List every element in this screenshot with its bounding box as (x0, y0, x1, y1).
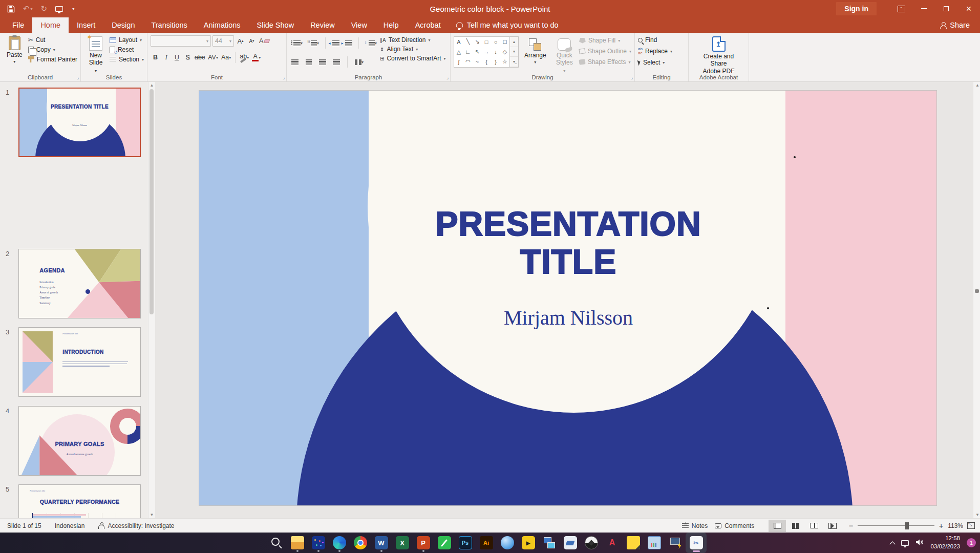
redo-icon[interactable]: ↻ (41, 4, 48, 13)
shape-cell-1[interactable]: ╲ (466, 38, 470, 45)
taskbar-illustrator-button[interactable]: Ai (476, 533, 497, 553)
taskbar-file-explorer-button[interactable] (287, 533, 308, 553)
slide-thumbnail-4[interactable]: PRIMARY GOALS Annual revenue growth (18, 406, 141, 476)
shrink-font-button[interactable]: A▾ (247, 36, 257, 47)
font-dialog-launcher[interactable]: ⌟ (283, 75, 285, 80)
decrease-indent-button[interactable] (331, 38, 340, 49)
tab-design[interactable]: Design (103, 17, 143, 33)
tab-acrobat[interactable]: Acrobat (407, 17, 449, 33)
taskbar-player-button[interactable]: ▶ (518, 533, 539, 553)
quick-styles-button[interactable]: QuickStyles ▾ (552, 35, 577, 75)
shape-cell-8[interactable]: ↖ (475, 49, 479, 55)
tray-chevron-icon[interactable] (890, 541, 896, 547)
taskbar-powerpoint-button[interactable]: P (413, 533, 434, 553)
increase-indent-button[interactable] (344, 38, 353, 49)
slide-subtitle-text[interactable]: Mirjam Nilsson (389, 306, 748, 330)
paragraph-dialog-launcher[interactable]: ⌟ (446, 75, 449, 80)
thumb-scroll-up-icon[interactable]: ▲ (150, 83, 154, 88)
shape-cell-10[interactable]: ↓ (494, 49, 497, 55)
zoom-in-button[interactable]: + (939, 521, 944, 530)
tab-review[interactable]: Review (302, 17, 343, 33)
align-right-button[interactable] (317, 57, 327, 68)
shape-cell-14[interactable]: ~ (476, 59, 479, 65)
tab-help[interactable]: Help (375, 17, 407, 33)
text-direction-button[interactable]: ∥AText Direction▾ (380, 36, 445, 44)
shapes-more-icon[interactable]: ▼̲ (510, 57, 518, 67)
replace-button[interactable]: abacReplace▾ (638, 47, 672, 55)
shapes-scroll-down-icon[interactable]: ▼ (510, 47, 518, 57)
taskbar-excel-button[interactable]: X (392, 533, 413, 553)
zoom-out-button[interactable]: − (848, 521, 854, 530)
taskbar-scanner-button[interactable] (560, 533, 581, 553)
text-highlight-button[interactable]: ab▾ (239, 52, 250, 63)
shapes-scroll-up-icon[interactable]: ▲ (510, 37, 518, 47)
sign-in-button[interactable]: Sign in (836, 2, 877, 15)
font-name-combobox[interactable]: ▾ (151, 35, 211, 47)
language-indicator[interactable]: Indonesian (55, 522, 85, 529)
convert-to-smartart-button[interactable]: ⊞Convert to SmartArt▾ (380, 55, 445, 62)
shape-cell-9[interactable]: → (484, 49, 489, 55)
taskbar-system-monitor-button[interactable] (644, 533, 665, 553)
fit-slide-to-window-button[interactable] (967, 522, 975, 529)
underline-button[interactable]: U (172, 52, 182, 63)
canvas-vertical-scrollbar[interactable]: ▲ ▼ (973, 82, 980, 518)
customize-qat-icon[interactable]: ▾ (71, 7, 74, 11)
slide-sorter-view-button[interactable] (787, 520, 804, 532)
shape-cell-17[interactable]: ☆ (502, 58, 507, 65)
shape-outline-button[interactable]: Shape Outline▾ (579, 48, 631, 55)
taskbar-sphere-dark-button[interactable] (581, 533, 602, 553)
shape-fill-button[interactable]: Shape Fill▾ (579, 37, 631, 44)
shape-cell-7[interactable]: ∟ (465, 49, 471, 55)
zoom-level[interactable]: 113% (948, 522, 963, 529)
shape-cell-4[interactable]: ○ (494, 39, 498, 45)
accessibility-checker[interactable]: Accessibility: Investigate (98, 522, 174, 529)
text-shadow-button[interactable]: S (183, 52, 193, 63)
taskbar-sphere-blue-button[interactable] (497, 533, 518, 553)
shape-cell-16[interactable]: } (495, 59, 497, 65)
taskbar-chrome-button[interactable] (350, 533, 371, 553)
taskbar-edge-button[interactable] (329, 533, 350, 553)
layout-button[interactable]: Layout▾ (110, 36, 144, 44)
slide-thumbnail-2[interactable]: AGENDA IntroductionPrimary goalsAreas of… (18, 249, 141, 318)
taskbar-word-button[interactable]: W (371, 533, 392, 553)
notification-badge[interactable]: 1 (967, 538, 976, 547)
shape-cell-11[interactable]: ◇ (503, 49, 507, 55)
taskbar-photos-button[interactable] (308, 533, 329, 553)
normal-view-button[interactable] (769, 520, 786, 532)
slide-title-text[interactable]: PRESENTATION TITLE (389, 205, 748, 281)
cut-button[interactable]: ✂Cut (28, 36, 77, 44)
tab-insert[interactable]: Insert (69, 17, 103, 33)
tab-slide-show[interactable]: Slide Show (249, 17, 303, 33)
ribbon-display-options-button[interactable]: ⌃ (890, 0, 912, 17)
shape-cell-6[interactable]: △ (457, 49, 461, 55)
undo-icon[interactable]: ↶▾ (23, 4, 33, 13)
select-button[interactable]: Select▾ (638, 59, 672, 66)
section-button[interactable]: Section▾ (110, 56, 144, 63)
slide-thumbnail-5[interactable]: Presentation title QUARTERLY PERFORMANCE (18, 484, 141, 518)
grow-font-button[interactable]: A▴ (236, 36, 245, 47)
bold-button[interactable]: B (151, 52, 160, 63)
columns-button[interactable]: ▾ (354, 57, 365, 68)
taskbar-acrobat-button[interactable]: A (602, 533, 623, 553)
slide-thumbnail-3[interactable]: Presentation title INTRODUCTION (18, 327, 141, 397)
shape-cell-12[interactable]: ʃ (458, 59, 459, 65)
justify-button[interactable] (331, 57, 341, 68)
character-spacing-button[interactable]: AV▾ (207, 52, 219, 63)
slideshow-view-button[interactable] (824, 520, 841, 532)
maximize-button[interactable] (935, 0, 957, 17)
shape-cell-3[interactable]: □ (485, 39, 488, 45)
paste-button[interactable]: Paste ▾ (3, 35, 26, 66)
thumb-scroll-down-icon[interactable]: ▼ (150, 513, 154, 517)
format-painter-button[interactable]: Format Painter (28, 56, 77, 63)
taskbar-remote-desktop-button[interactable] (539, 533, 560, 553)
slide-thumbnail-1[interactable]: PRESENTATION TITLE Mirjam Nilsson (18, 88, 141, 157)
shape-cell-13[interactable]: ◠ (465, 58, 471, 65)
shape-cell-0[interactable]: A (457, 39, 460, 45)
find-button[interactable]: Find (638, 36, 672, 44)
comments-button[interactable]: Comments (715, 522, 754, 529)
new-slide-button[interactable]: NewSlide ▾ (84, 35, 108, 75)
clipboard-dialog-launcher[interactable]: ⌟ (77, 75, 79, 80)
tell-me-box[interactable]: Tell me what you want to do (456, 17, 559, 33)
zoom-slider[interactable] (858, 525, 934, 526)
align-text-button[interactable]: ⇕Align Text▾ (380, 46, 445, 53)
